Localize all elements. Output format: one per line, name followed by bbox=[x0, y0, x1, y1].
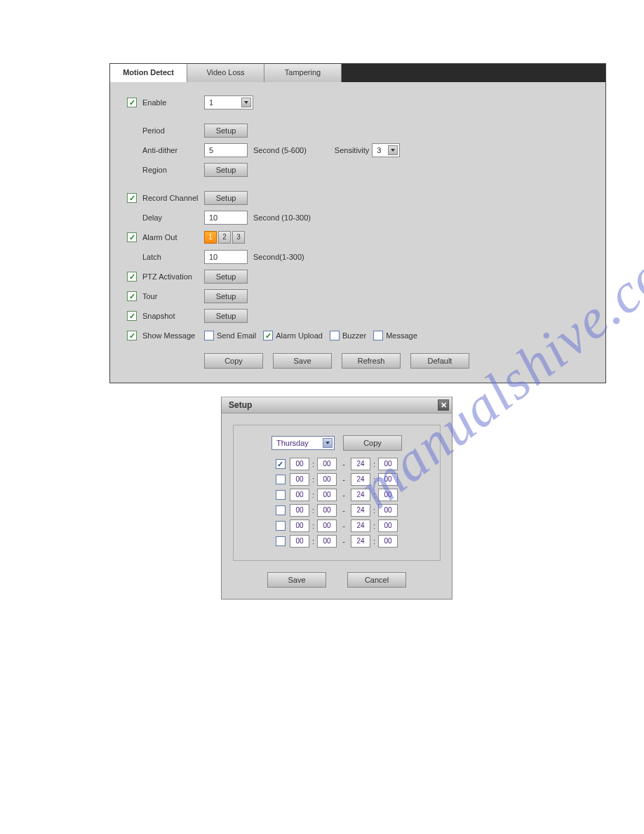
message-checkbox[interactable] bbox=[373, 331, 383, 340]
alarm-out-label: Alarm Out bbox=[142, 233, 204, 241]
hour-input[interactable]: 00 bbox=[290, 519, 309, 532]
delay-input[interactable]: 10 bbox=[204, 211, 248, 225]
time-row-checkbox[interactable] bbox=[276, 490, 286, 500]
minute-input[interactable]: 00 bbox=[317, 458, 337, 470]
alarm-out-2[interactable]: 2 bbox=[218, 231, 231, 244]
delay-label: Delay bbox=[142, 213, 204, 222]
minute-input[interactable]: 00 bbox=[378, 473, 398, 486]
anti-dither-input[interactable]: 5 bbox=[204, 143, 248, 157]
time-start: 00:00 bbox=[290, 458, 337, 470]
alarm-upload-checkbox[interactable] bbox=[263, 331, 273, 340]
alarm-out-checkbox[interactable] bbox=[127, 232, 137, 242]
latch-hint: Second(1-300) bbox=[253, 253, 304, 261]
ptz-activation-setup-button[interactable]: Setup bbox=[204, 270, 248, 284]
message-option[interactable]: Message bbox=[373, 331, 417, 340]
colon: : bbox=[373, 522, 375, 530]
hour-input[interactable]: 00 bbox=[290, 504, 309, 517]
record-channel-label: Record Channel bbox=[142, 194, 204, 202]
time-row-checkbox[interactable] bbox=[276, 536, 286, 546]
colon: : bbox=[373, 460, 375, 468]
minute-input[interactable]: 00 bbox=[317, 504, 337, 517]
record-channel-checkbox[interactable] bbox=[127, 193, 137, 203]
minute-input[interactable]: 00 bbox=[378, 489, 398, 501]
message-label: Message bbox=[386, 331, 417, 340]
modal-cancel-button[interactable]: Cancel bbox=[347, 572, 406, 588]
save-button[interactable]: Save bbox=[273, 353, 332, 369]
time-start: 00:00 bbox=[290, 519, 337, 532]
dash: - bbox=[341, 475, 347, 484]
ptz-activation-checkbox[interactable] bbox=[127, 272, 137, 282]
tour-checkbox[interactable] bbox=[127, 291, 137, 301]
snapshot-checkbox[interactable] bbox=[127, 311, 137, 321]
time-row-checkbox[interactable] bbox=[276, 505, 286, 515]
minute-input[interactable]: 00 bbox=[317, 535, 337, 548]
enable-checkbox[interactable] bbox=[127, 98, 137, 107]
region-setup-button[interactable]: Setup bbox=[204, 163, 248, 177]
channel-dropdown[interactable]: 1 bbox=[204, 95, 253, 110]
hour-input[interactable]: 00 bbox=[290, 489, 309, 501]
hour-input[interactable]: 24 bbox=[351, 535, 370, 548]
colon: : bbox=[373, 475, 375, 484]
modal-copy-button[interactable]: Copy bbox=[343, 435, 402, 451]
buzzer-checkbox[interactable] bbox=[330, 331, 340, 340]
hour-input[interactable]: 00 bbox=[290, 473, 309, 486]
time-row-checkbox[interactable] bbox=[276, 475, 286, 484]
record-channel-setup-button[interactable]: Setup bbox=[204, 191, 248, 205]
alarm-upload-option[interactable]: Alarm Upload bbox=[263, 331, 323, 340]
close-icon[interactable]: ✕ bbox=[438, 399, 449, 411]
day-value: Thursday bbox=[276, 439, 309, 447]
time-row: 00:00-24:00 bbox=[246, 473, 427, 486]
region-label: Region bbox=[142, 166, 204, 174]
time-end: 24:00 bbox=[351, 489, 398, 501]
hour-input[interactable]: 24 bbox=[351, 519, 370, 532]
send-email-checkbox[interactable] bbox=[204, 331, 214, 340]
hour-input[interactable]: 24 bbox=[351, 473, 370, 486]
hour-input[interactable]: 00 bbox=[290, 458, 309, 470]
tab-bar: Motion Detect Video Loss Tampering bbox=[110, 64, 605, 82]
hour-input[interactable]: 24 bbox=[351, 504, 370, 517]
minute-input[interactable]: 00 bbox=[378, 504, 398, 517]
colon: : bbox=[312, 475, 314, 484]
refresh-button[interactable]: Refresh bbox=[342, 353, 401, 369]
day-dropdown[interactable]: Thursday bbox=[271, 436, 335, 450]
minute-input[interactable]: 00 bbox=[378, 458, 398, 470]
snapshot-setup-button[interactable]: Setup bbox=[204, 309, 248, 323]
period-label: Period bbox=[142, 126, 204, 135]
default-button[interactable]: Default bbox=[410, 353, 469, 369]
tab-tampering[interactable]: Tampering bbox=[264, 64, 342, 82]
delay-hint: Second (10-300) bbox=[253, 213, 311, 222]
sensitivity-dropdown[interactable]: 3 bbox=[372, 143, 400, 157]
time-row-checkbox[interactable] bbox=[276, 459, 286, 469]
minute-input[interactable]: 00 bbox=[317, 519, 337, 532]
send-email-label: Send Email bbox=[217, 331, 256, 340]
copy-button[interactable]: Copy bbox=[204, 353, 263, 369]
hour-input[interactable]: 00 bbox=[290, 535, 309, 548]
modal-save-button[interactable]: Save bbox=[267, 572, 326, 588]
show-message-checkbox[interactable] bbox=[127, 331, 137, 340]
colon: : bbox=[373, 491, 375, 499]
tour-setup-button[interactable]: Setup bbox=[204, 289, 248, 303]
minute-input[interactable]: 00 bbox=[378, 519, 398, 532]
buzzer-label: Buzzer bbox=[342, 331, 366, 340]
anti-dither-hint: Second (5-600) bbox=[253, 146, 307, 154]
tab-video-loss[interactable]: Video Loss bbox=[187, 64, 264, 82]
minute-input[interactable]: 00 bbox=[317, 473, 337, 486]
minute-input[interactable]: 00 bbox=[317, 489, 337, 501]
tab-motion-detect[interactable]: Motion Detect bbox=[110, 64, 187, 82]
time-start: 00:00 bbox=[290, 489, 337, 501]
time-row-checkbox[interactable] bbox=[276, 521, 286, 531]
minute-input[interactable]: 00 bbox=[378, 535, 398, 548]
form-body: Enable 1 Period Setup Anti-dither 5 Seco… bbox=[110, 82, 605, 383]
buzzer-option[interactable]: Buzzer bbox=[330, 331, 366, 340]
alarm-out-1[interactable]: 1 bbox=[204, 231, 217, 244]
hour-input[interactable]: 24 bbox=[351, 458, 370, 470]
time-end: 24:00 bbox=[351, 458, 398, 470]
period-setup-button[interactable]: Setup bbox=[204, 124, 248, 138]
latch-input[interactable]: 10 bbox=[204, 250, 248, 264]
alarm-out-3[interactable]: 3 bbox=[232, 231, 245, 244]
modal-title: Setup bbox=[229, 400, 252, 410]
send-email-option[interactable]: Send Email bbox=[204, 331, 256, 340]
show-message-label: Show Message bbox=[142, 331, 204, 340]
hour-input[interactable]: 24 bbox=[351, 489, 370, 501]
sensitivity-label: Sensitivity bbox=[335, 146, 370, 154]
